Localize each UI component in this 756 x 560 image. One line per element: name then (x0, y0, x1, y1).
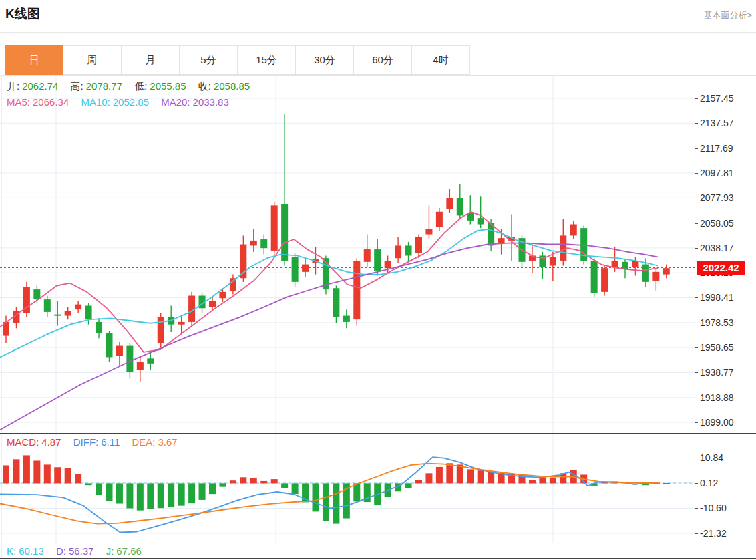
axis-tick-label: 1998.41 (700, 292, 734, 303)
kline-canvas[interactable] (0, 75, 695, 433)
axis-tick-mark (695, 533, 698, 534)
low-value: 2055.85 (150, 80, 186, 92)
kdj-legend: K:60.13 D:56.37 J:67.66 (7, 545, 144, 557)
axis-tick-label: 1978.53 (700, 317, 734, 328)
axis-tick-mark (695, 508, 698, 509)
fundamental-analysis-link[interactable]: 基本面分析> (703, 9, 752, 21)
axis-tick-label: 10.84 (700, 452, 723, 463)
axis-tick-mark (695, 297, 698, 298)
axis-tick-label: 1899.00 (700, 417, 734, 428)
period-tab-3[interactable]: 月 (122, 45, 180, 75)
axis-tick-mark (695, 98, 698, 99)
kdj-panel-top-border (0, 543, 756, 543)
period-tab-5[interactable]: 15分 (238, 45, 296, 75)
period-tab-6[interactable]: 30分 (296, 45, 354, 75)
axis-tick-label: -10.60 (700, 503, 727, 513)
ma20-value: 2033.83 (193, 96, 229, 108)
d-value: 56.37 (69, 545, 94, 557)
period-tab-2[interactable]: 周 (63, 45, 122, 75)
axis-tick-label: 2077.93 (700, 192, 734, 203)
axis-tick-mark (695, 483, 698, 484)
period-tab-7[interactable]: 60分 (354, 45, 412, 75)
macd-canvas[interactable] (0, 433, 695, 543)
bottom-border (0, 558, 756, 559)
axis-tick-mark (695, 323, 698, 323)
d-label: D: (56, 545, 66, 557)
current-price-tag: 2022.42 (697, 261, 745, 275)
axis-tick-label: 2097.81 (700, 168, 734, 178)
j-label: J: (106, 545, 114, 557)
ma20-label: MA20: (161, 96, 190, 108)
macd-panel-top-border (0, 433, 756, 434)
axis-tick-mark (695, 372, 698, 373)
macd-legend: MACD:4.87 DIFF:6.11 DEA:3.67 (7, 436, 180, 448)
macd-label: MACD: (7, 436, 39, 448)
axis-tick-mark (695, 148, 698, 149)
dea-label: DEA: (132, 436, 155, 448)
header-divider (0, 32, 756, 33)
axis-tick-label: 2137.57 (700, 118, 734, 128)
close-value: 2058.85 (214, 80, 250, 92)
axis-tick-mark (695, 123, 698, 124)
axis-tick-mark (695, 347, 698, 348)
ma10-label: MA10: (81, 96, 110, 108)
diff-label: DIFF: (73, 436, 99, 448)
axis-tick-mark (695, 198, 698, 198)
k-value: 60.13 (19, 545, 44, 557)
ma5-value: 2066.34 (33, 96, 69, 108)
macd-value: 4.87 (41, 436, 61, 448)
axis-tick-mark (695, 248, 698, 249)
axis-tick-mark (695, 398, 698, 398)
ma5-label: MA5: (7, 96, 30, 108)
period-tab-4[interactable]: 5分 (180, 45, 238, 75)
axis-tick-label: 2038.17 (700, 243, 734, 253)
open-value: 2062.74 (22, 80, 58, 92)
axis-tick-label: 1918.88 (700, 392, 734, 403)
axis-tick-mark (695, 422, 698, 423)
low-label: 低: (134, 80, 147, 92)
axis-tick-label: 2117.69 (700, 143, 733, 154)
axis-tick-label: 2058.05 (700, 218, 734, 229)
diff-value: 6.11 (101, 436, 120, 448)
dea-value: 3.67 (158, 436, 178, 448)
axis-tick-mark (695, 173, 698, 174)
axis-tick-mark (695, 458, 698, 458)
y-axis-line (695, 75, 695, 559)
ma-legend: MA5:2066.34 MA10:2052.85 MA20:2033.83 (7, 96, 232, 108)
close-label: 收: (198, 80, 211, 92)
open-label: 开: (7, 80, 19, 92)
page-title: K线图 (5, 5, 40, 23)
period-tab-1[interactable]: 日 (5, 45, 63, 75)
axis-tick-mark (695, 223, 698, 224)
axis-tick-label: -21.32 (700, 528, 727, 539)
axis-tick-label: 0.12 (700, 478, 718, 488)
period-tab-8[interactable]: 4时 (412, 45, 470, 75)
period-tabs: 日周月5分15分30分60分4时 (5, 45, 470, 75)
high-value: 2078.77 (86, 80, 122, 92)
ma10-value: 2052.85 (113, 96, 149, 108)
axis-tick-label: 1938.77 (700, 367, 734, 378)
high-label: 高: (71, 80, 83, 92)
k-label: K: (7, 545, 16, 557)
j-value: 67.66 (116, 545, 142, 557)
ohlc-legend: 开:2062.74 高:2078.77 低:2055.85 收:2058.85 (7, 80, 252, 93)
axis-tick-label: 2157.45 (700, 93, 734, 104)
kline-page: K线图 基本面分析> 日周月5分15分30分60分4时 开:2062.74 高:… (0, 0, 756, 560)
axis-tick-label: 1958.65 (700, 342, 734, 353)
